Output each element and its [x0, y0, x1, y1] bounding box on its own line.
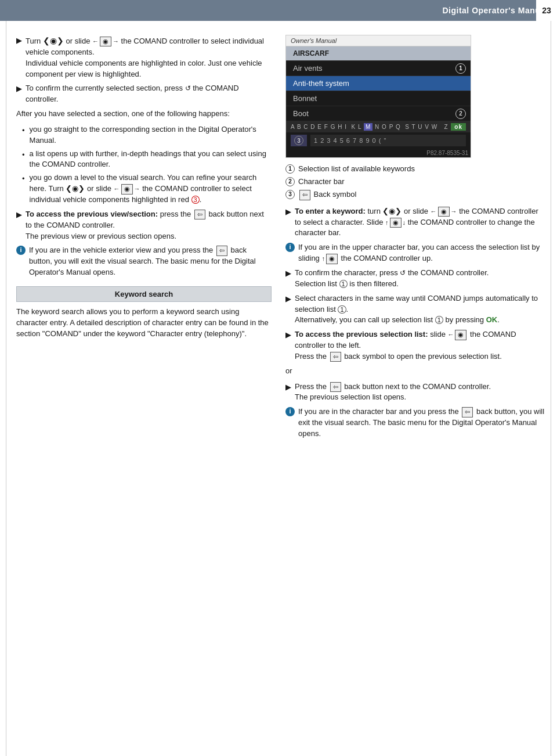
annotation-3: 3 ⇦ Back symbol — [285, 189, 545, 200]
annotation-list: 1 Selection list of available keywords 2… — [285, 164, 545, 200]
badge-3: 3 — [294, 136, 303, 145]
ann-num-2: 2 — [285, 177, 295, 186]
bullet-confirm-section-text: To confirm the currently selected sectio… — [26, 83, 272, 105]
img-owners-manual-label: Owner's Manual — [286, 35, 471, 46]
manual-image: Owner's Manual AIRSCARF Air vents 1 Anti… — [285, 35, 471, 158]
img-item-antitheft: Anti-theft system — [286, 76, 471, 91]
info-box-1: i If you are in the vehicle exterior vie… — [16, 245, 272, 278]
annotation-2: 2 Character bar — [285, 177, 545, 187]
arrow-icon-2: ▶ — [16, 84, 22, 105]
ann-3-text: ⇦ Back symbol — [298, 189, 356, 200]
img-back-symbol-area: 3 — [291, 135, 307, 146]
bullet-confirm-section: ▶ To confirm the currently selected sect… — [16, 83, 272, 105]
bullet-turn-dial: ▶ Turn ❮◉❯ or slide ←◉→ the COMAND contr… — [16, 35, 272, 80]
sub-bullet-3: • you go down a level to the visual sear… — [22, 172, 272, 206]
page-header: Digital Operator's Manual 23 — [0, 0, 557, 21]
img-item-airvents: Air vents 1 — [286, 61, 471, 76]
bullet-select-chars: ▶ Select characters in the same way unti… — [285, 293, 545, 326]
or-text: or — [285, 366, 545, 377]
arrow-icon-r5: ▶ — [285, 382, 291, 404]
info-box-2: i If you are in the upper character bar,… — [285, 242, 545, 264]
img-body: AIRSCARF Air vents 1 Anti-theft system B… — [286, 46, 471, 157]
img-caption: P82.87-8535-31 — [286, 149, 471, 157]
img-item-airscarf: AIRSCARF — [286, 46, 471, 61]
sub-bullet-1-text: you go straight to the corresponding sec… — [30, 124, 272, 146]
sub-dot-1: • — [22, 125, 25, 146]
arrow-icon-r4: ▶ — [285, 330, 291, 362]
arrow-icon-r2: ▶ — [285, 268, 291, 290]
right-column: Owner's Manual AIRSCARF Air vents 1 Anti… — [285, 35, 545, 443]
img-number-area: 1 2 3 4 5 6 7 8 9 0 ( " — [310, 135, 466, 146]
ann-1-text: Selection list of available keywords — [298, 164, 415, 174]
after-text: After you have selected a section, one o… — [16, 109, 272, 120]
keyword-para: The keyword search allows you to perform… — [16, 307, 272, 340]
right-border — [550, 0, 551, 756]
char-bar-text: A B C D E F G H I K L M N O P Q S T U V … — [291, 124, 449, 130]
img-item-boot: Boot 2 — [286, 106, 471, 121]
bullet-access-sel-list-text: To access the previous selection list: s… — [295, 329, 545, 362]
ann-num-1: 1 — [285, 164, 295, 174]
info-icon-2: i — [285, 243, 295, 252]
left-border — [6, 0, 7, 756]
info-icon-3: i — [285, 407, 295, 416]
sub-bullet-2: • a list opens up with further, in-depth… — [22, 149, 272, 171]
sub-dot-2: • — [22, 150, 25, 171]
info-icon-1: i — [16, 246, 26, 255]
bullet-enter-keyword: ▶ To enter a keyword: turn ❮◉❯ or slide … — [285, 206, 545, 239]
arrow-icon-1: ▶ — [16, 35, 22, 80]
right-bullets-section: ▶ To enter a keyword: turn ❮◉❯ or slide … — [285, 206, 545, 440]
arrow-icon-r3: ▶ — [285, 294, 291, 326]
sub-bullet-3-text: you go down a level to the visual search… — [30, 172, 272, 206]
info-box-3: i If you are in the character bar and yo… — [285, 406, 545, 440]
sub-dot-3: • — [22, 174, 25, 206]
bullet-turn-dial-text: Turn ❮◉❯ or slide ←◉→ the COMAND control… — [26, 35, 272, 80]
bullet-press-back-text: Press the ⇦ back button next to the COMA… — [295, 381, 545, 404]
arrow-icon-3: ▶ — [16, 210, 22, 242]
img-list: AIRSCARF Air vents 1 Anti-theft system B… — [286, 46, 471, 121]
left-column: ▶ Turn ❮◉❯ or slide ←◉→ the COMAND contr… — [16, 35, 272, 443]
info-box-2-text: If you are in the upper character bar, y… — [298, 242, 545, 264]
img-bottom-bar: 3 1 2 3 4 5 6 7 8 9 0 ( " — [286, 132, 471, 149]
keyword-section-header: Keyword search — [16, 286, 272, 302]
sub-bullet-1: • you go straight to the corresponding s… — [22, 124, 272, 146]
bullet-access-prev-text: To access the previous view/section: pre… — [26, 209, 272, 242]
bullet-confirm-char: ▶ To confirm the character, press ↺ the … — [285, 268, 545, 290]
img-item-bonnet: Bonnet — [286, 91, 471, 106]
header-title: Digital Operator's Manual — [442, 6, 548, 15]
img-char-bar: A B C D E F G H I K L M N O P Q S T U V … — [286, 121, 471, 132]
annotation-1: 1 Selection list of available keywords — [285, 164, 545, 174]
bullet-access-prev: ▶ To access the previous view/section: p… — [16, 209, 272, 242]
bullet-enter-keyword-text: To enter a keyword: turn ❮◉❯ or slide ←◉… — [295, 206, 545, 239]
sub-bullets: • you go straight to the corresponding s… — [22, 124, 272, 206]
bullet-access-sel-list: ▶ To access the previous selection list:… — [285, 329, 545, 362]
bullet-select-chars-text: Select characters in the same way until … — [295, 293, 545, 326]
ann-num-3: 3 — [285, 190, 295, 199]
bullet-press-back: ▶ Press the ⇦ back button next to the CO… — [285, 381, 545, 404]
arrow-icon-r1: ▶ — [285, 207, 291, 239]
page-number: 23 — [536, 0, 557, 21]
info-box-3-text: If you are in the character bar and you … — [298, 406, 545, 440]
bullet-confirm-char-text: To confirm the character, press ↺ the CO… — [295, 268, 545, 290]
info-box-1-text: If you are in the vehicle exterior view … — [29, 245, 272, 278]
ann-2-text: Character bar — [298, 177, 344, 187]
sub-bullet-2-text: a list opens up with further, in-depth h… — [30, 149, 272, 171]
content-wrapper: ▶ Turn ❮◉❯ or slide ←◉→ the COMAND contr… — [0, 21, 557, 457]
